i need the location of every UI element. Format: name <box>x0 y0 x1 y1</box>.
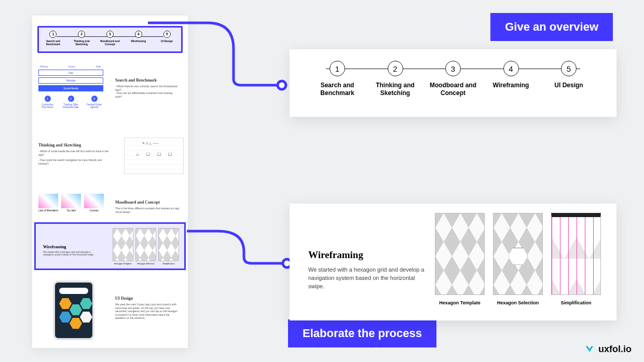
brand-logo: uxfol.io <box>584 343 632 355</box>
wireframe-hexagon-selection <box>493 213 543 295</box>
wireframe-simplification <box>551 213 601 295</box>
tab-app: App <box>38 70 103 76</box>
tab-website: Website <box>38 77 103 84</box>
wireframing-title: Wireframing <box>308 249 428 261</box>
step-5: 5 UI Design <box>542 61 596 97</box>
step-3: 3 Moodboard and Concept <box>426 61 480 97</box>
wireframe-images: Hexagon Template Hexagon Selection Simpl… <box>435 213 601 305</box>
wireframing-panel: Wireframing We started with a hexagon gr… <box>290 204 616 320</box>
section-thinking-sketching: Thinking and Sketching - Which of social… <box>38 143 111 165</box>
wireframe-caption: Hexagon Template <box>439 300 480 305</box>
wireframe-caption: Simplification <box>560 300 591 305</box>
step-label: Search and Benchmark <box>310 82 364 97</box>
process-stepper: 1 Search and Benchmark 2 Thinking and Sk… <box>290 49 616 97</box>
wireframe-hexagon-template <box>435 213 485 295</box>
section-ui-design: UI Design We used the main Coveo logo co… <box>115 296 180 320</box>
connector-elaborate <box>187 231 301 273</box>
sketch-image <box>124 138 184 174</box>
callout-overview: Give an overview <box>490 13 613 41</box>
step-2: 2 Thinking and Sketching <box>368 61 422 97</box>
step-dot: 1 <box>49 31 57 38</box>
brand-name: uxfol.io <box>598 344 632 355</box>
steps-bar-highlighted: 1Search and Benchmark 2Thinking and Sket… <box>37 26 183 53</box>
wireframing-body: We started with a hexagon grid and devel… <box>308 266 428 291</box>
moodboard-thumbs: Lack of Minimalism Too dark Contrast <box>38 194 104 212</box>
casestudy-thumbnail: 1Search and Benchmark 2Thinking and Sket… <box>32 16 188 348</box>
section-search-benchmark: Search and Benchmark - Which features ar… <box>115 78 180 98</box>
step-1: 1 Search and Benchmark <box>310 61 364 97</box>
step-4: 4 Wireframing <box>484 61 538 97</box>
logo-icon <box>584 343 595 355</box>
platform-tabs: Before Event After App Website Social Me… <box>38 65 103 109</box>
step-label: Search and Benchmark <box>40 40 65 46</box>
callout-elaborate: Elaborate the process <box>288 319 436 347</box>
phone-mockup <box>53 280 94 340</box>
section-moodboard: Moodboard and Concept This is the three … <box>115 200 180 213</box>
svg-point-0 <box>278 81 286 89</box>
overview-panel: 1 Search and Benchmark 2 Thinking and Sk… <box>290 49 616 117</box>
tab-social: Social Media <box>38 85 103 91</box>
section-wireframing-highlighted: Wireframing We started with a hexagon gr… <box>34 222 186 270</box>
wireframe-caption: Hexagon Selection <box>497 300 539 305</box>
step-number: 1 <box>330 61 345 76</box>
